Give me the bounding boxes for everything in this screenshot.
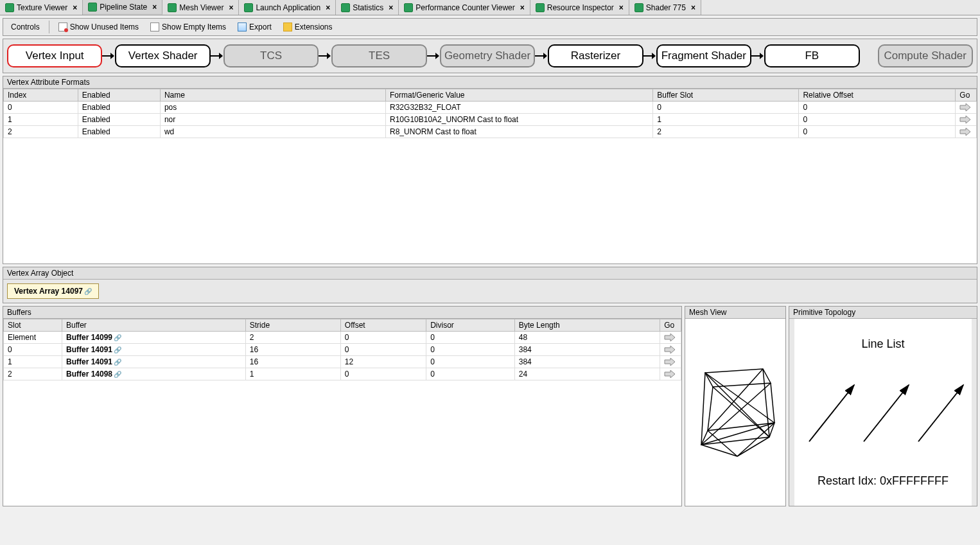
cell-slot: 1 [653,114,799,126]
close-icon[interactable]: × [691,3,696,12]
cell-name: pos [160,102,385,114]
cell-stride: 2 [245,332,340,344]
table-row[interactable]: 0EnabledposR32G32B32_FLOAT00 [4,102,977,114]
tab-launch-application[interactable]: Launch Application× [239,0,336,15]
svg-line-19 [701,445,737,456]
tab-pipeline-state[interactable]: Pipeline State× [83,0,162,15]
export-button[interactable]: Export [232,21,277,33]
cell-buffer[interactable]: Buffer 14091🔗 [62,356,246,368]
cell-name: wd [160,126,385,138]
cell-index: 0 [4,102,78,114]
panel-title: Primitive Topology [789,307,977,319]
svg-line-14 [708,369,763,431]
controls-button[interactable]: Controls [6,21,45,33]
mesh-wireframe-icon[interactable] [694,361,777,464]
close-icon[interactable]: × [229,3,233,12]
cell-stride: 16 [245,356,340,368]
cell-len: 384 [514,344,660,356]
column-header[interactable]: Buffer [62,319,246,332]
column-header[interactable]: Go [660,319,681,332]
cell-buffer[interactable]: Buffer 14099🔗 [62,332,246,344]
tab-label: Statistics [353,3,383,12]
column-header[interactable]: Buffer Slot [653,89,799,102]
go-button[interactable] [660,344,681,356]
column-header[interactable]: Name [160,89,385,102]
go-button[interactable] [956,114,977,126]
stage-tes[interactable]: TES [331,44,426,67]
tab-performance-counter-viewer[interactable]: Performance Counter Viewer× [399,0,530,15]
stage-geometry-shader[interactable]: Geometry Shader [440,44,535,67]
arrow-icon [102,52,115,60]
column-header[interactable]: Byte Length [514,319,660,332]
stage-vertex-input[interactable]: Vertex Input [7,44,102,67]
close-icon[interactable]: × [326,3,330,12]
tab-shader-775[interactable]: Shader 775× [629,0,701,15]
cell-format: R8_UNORM Cast to float [386,126,653,138]
go-button[interactable] [660,368,681,380]
cell-buffer[interactable]: Buffer 14091🔗 [62,344,246,356]
tab-texture-viewer[interactable]: Texture Viewer× [0,0,83,15]
cell-buffer[interactable]: Buffer 14098🔗 [62,368,246,380]
close-icon[interactable]: × [619,3,624,12]
table-row[interactable]: 2EnabledwdR8_UNORM Cast to float20 [4,126,977,138]
tab-mesh-viewer[interactable]: Mesh Viewer× [162,0,239,15]
cell-divisor: 0 [426,344,515,356]
table-row[interactable]: 1EnablednorR10G10B10A2_UNORM Cast to flo… [4,114,977,126]
column-header[interactable]: Stride [245,319,340,332]
column-header[interactable]: Enabled [78,89,160,102]
go-button[interactable] [660,356,681,368]
cell-format: R32G32B32_FLOAT [386,102,653,114]
close-icon[interactable]: × [73,3,77,12]
cell-offset: 0 [340,368,426,380]
panel-title: Vertex Attribute Formats [3,76,977,89]
stage-fb[interactable]: FB [764,44,859,67]
column-header[interactable]: Divisor [426,319,515,332]
column-header[interactable]: Slot [4,319,62,332]
tab-label: Mesh Viewer [179,3,223,12]
arrow-icon [535,52,548,60]
table-row[interactable]: 2Buffer 14098🔗10024 [4,368,681,380]
link-icon: 🔗 [114,359,121,366]
column-header[interactable]: Offset [340,319,426,332]
column-header[interactable]: Go [956,89,977,102]
tab-label: Resource Inspector [547,3,614,12]
stage-fragment-shader[interactable]: Fragment Shader [656,44,751,67]
cell-stride: 16 [245,344,340,356]
go-button[interactable] [956,126,977,138]
extensions-button[interactable]: Extensions [278,21,338,33]
svg-line-11 [771,383,774,423]
show-unused-button[interactable]: Show Unused Items [53,21,144,33]
close-icon[interactable]: × [389,3,393,12]
column-header[interactable]: Index [4,89,78,102]
vertex-attribute-table: IndexEnabledNameFormat/Generic ValueBuff… [3,89,977,138]
tab-resource-inspector[interactable]: Resource Inspector× [530,0,629,15]
vertex-attribute-formats-panel: Vertex Attribute Formats IndexEnabledNam… [3,76,977,264]
go-button[interactable] [660,332,681,344]
close-icon[interactable]: × [152,3,157,12]
vao-name[interactable]: Vertex Array 14097🔗 [7,283,99,299]
cell-stride: 1 [245,368,340,380]
show-empty-button[interactable]: Show Empty Items [145,21,231,33]
toolbar-separator [49,21,49,33]
cell-offset: 0 [340,344,426,356]
table-row[interactable]: ElementBuffer 14099🔗20048 [4,332,681,344]
stage-compute-shader[interactable]: Compute Shader [878,44,973,67]
stage-vertex-shader[interactable]: Vertex Shader [115,44,210,67]
table-row[interactable]: 0Buffer 14091🔗1600384 [4,344,681,356]
stage-rasterizer[interactable]: Rasterizer [548,44,643,67]
close-icon[interactable]: × [520,3,525,12]
table-row[interactable]: 1Buffer 14091🔗16120384 [4,356,681,368]
cell-slot: 0 [4,344,62,356]
cell-offset: 12 [340,356,426,368]
tab-statistics[interactable]: Statistics× [336,0,399,15]
link-icon: 🔗 [114,371,121,378]
cell-slot: Element [4,332,62,344]
column-header[interactable]: Format/Generic Value [386,89,653,102]
cell-offset: 0 [799,102,956,114]
export-icon [238,22,247,31]
column-header[interactable]: Relative Offset [799,89,956,102]
go-button[interactable] [956,102,977,114]
pipeline-stages: Vertex InputVertex ShaderTCSTESGeometry … [3,39,977,73]
stage-tcs[interactable]: TCS [223,44,319,67]
cell-len: 24 [514,368,660,380]
